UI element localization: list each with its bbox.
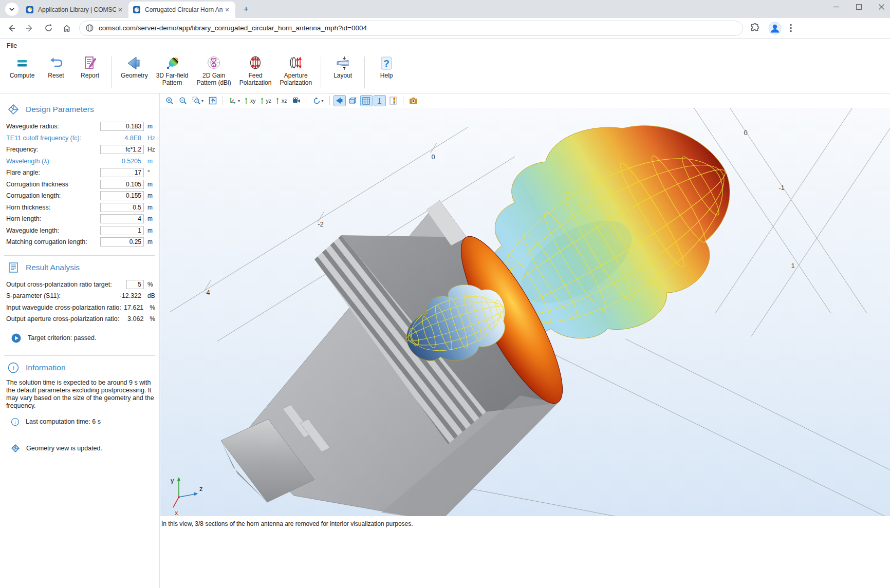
view-xz-button[interactable]: xz bbox=[274, 95, 289, 106]
tab-application-library[interactable]: Application Library | COMSOL S ✕ bbox=[22, 2, 128, 18]
browser-menu-icon[interactable] bbox=[790, 24, 792, 32]
tick-label: -4 bbox=[204, 289, 210, 296]
report-button[interactable]: Report bbox=[73, 54, 107, 90]
last-computation-status: i Last computation time: 6 s bbox=[11, 418, 155, 426]
extensions-icon[interactable] bbox=[750, 23, 760, 33]
result-row: S-parameter (S11):-12.322dB bbox=[6, 290, 155, 302]
transparency-button[interactable] bbox=[347, 95, 359, 106]
compute-button[interactable]: Compute bbox=[5, 54, 39, 90]
cross-pol-target-input[interactable] bbox=[126, 280, 144, 289]
geometry-horn-toggle-button[interactable] bbox=[333, 95, 346, 106]
zoom-in-icon bbox=[165, 97, 174, 105]
param-row: Horn thickness:m bbox=[6, 202, 155, 214]
view-xy-button[interactable]: xy bbox=[243, 95, 258, 106]
aperture-polarization-icon bbox=[287, 54, 305, 72]
tab-close-icon[interactable]: ✕ bbox=[223, 6, 231, 14]
feed-polarization-button[interactable]: FeedPolarization bbox=[235, 54, 276, 90]
rotate-view-button[interactable]: ▾ bbox=[311, 95, 326, 106]
view-yz-button[interactable]: yz bbox=[259, 95, 274, 106]
home-button[interactable] bbox=[60, 21, 74, 35]
zoom-box-icon bbox=[192, 97, 200, 105]
chevron-down-icon bbox=[9, 8, 14, 11]
s11-value: -12.322 bbox=[100, 292, 144, 299]
maximize-button[interactable] bbox=[854, 2, 863, 11]
tick-label: 0 bbox=[431, 153, 435, 161]
tab-search-button[interactable] bbox=[5, 3, 18, 16]
far-field-pattern-icon bbox=[163, 54, 181, 72]
param-row: Waveguide radius:m bbox=[6, 121, 155, 132]
tick-label: 0 bbox=[744, 129, 747, 137]
back-button[interactable] bbox=[4, 21, 18, 35]
default-view-button[interactable]: ▾ bbox=[227, 95, 242, 106]
matching-corrugation-length-input[interactable] bbox=[100, 237, 144, 246]
app-ribbon: Compute Reset Report Geometry 3D Far-fie… bbox=[0, 52, 890, 93]
dropdown-arrow-icon[interactable]: ▾ bbox=[201, 99, 203, 103]
horn-thickness-input[interactable] bbox=[100, 203, 144, 212]
geometry-diamond-icon bbox=[11, 444, 20, 452]
triad-x-label: x bbox=[175, 509, 178, 516]
minimize-button[interactable] bbox=[831, 2, 841, 11]
help-button[interactable]: ? Help bbox=[369, 54, 403, 90]
information-icon: i bbox=[7, 362, 20, 374]
snapshot-button[interactable] bbox=[407, 95, 420, 106]
layout-icon bbox=[334, 54, 351, 72]
result-row: Input waveguide cross-polarization ratio… bbox=[6, 302, 155, 314]
param-row: TE11 cutoff frequency (fc):4.8E8Hz bbox=[6, 132, 155, 144]
grid-icon bbox=[362, 97, 370, 105]
reset-button[interactable]: Reset bbox=[39, 54, 73, 90]
zoom-in-button[interactable] bbox=[163, 95, 176, 106]
color-legend-button[interactable] bbox=[387, 95, 399, 106]
corrugation-length-input[interactable] bbox=[100, 191, 144, 200]
axes-triad-button[interactable] bbox=[374, 95, 386, 106]
view-caption: In this view, 3/8 sections of the horn a… bbox=[160, 516, 890, 532]
url-bar[interactable]: comsol.com/server-demo/app/library_corru… bbox=[79, 21, 743, 36]
te11-cutoff-value: 4.8E8 bbox=[100, 135, 144, 142]
aperture-polarization-button[interactable]: AperturePolarization bbox=[275, 54, 316, 90]
layout-button[interactable]: Layout bbox=[326, 54, 360, 90]
design-parameters-icon bbox=[7, 103, 20, 116]
transparency-cube-icon bbox=[349, 97, 357, 105]
grid-button[interactable] bbox=[360, 95, 373, 106]
site-info-icon[interactable] bbox=[86, 24, 94, 32]
output-crosspol-value: 3.062 bbox=[119, 315, 146, 323]
new-tab-button[interactable]: + bbox=[239, 3, 253, 16]
triad-z-label: z bbox=[199, 485, 203, 492]
horn-length-input[interactable] bbox=[100, 214, 144, 223]
profile-avatar-icon[interactable] bbox=[768, 22, 782, 35]
zoom-extents-icon bbox=[209, 97, 217, 105]
dropdown-arrow-icon[interactable]: ▾ bbox=[238, 99, 240, 103]
waveguide-radius-input[interactable] bbox=[100, 122, 144, 131]
forward-button[interactable] bbox=[23, 21, 37, 35]
zoom-out-button[interactable] bbox=[177, 95, 189, 106]
tab-close-icon[interactable]: ✕ bbox=[116, 6, 124, 14]
geometry-button[interactable]: Geometry bbox=[117, 54, 152, 90]
reload-button[interactable] bbox=[41, 21, 55, 35]
frequency-input[interactable] bbox=[100, 145, 144, 154]
comsol-app: File Compute Reset Report Geometry bbox=[0, 39, 890, 588]
axis-arrow-icon bbox=[245, 97, 250, 104]
model-3d-canvas[interactable]: 0 -2 -4 0 -1 1 bbox=[160, 108, 890, 516]
tick-label: 1 bbox=[791, 262, 794, 270]
tick-label: -1 bbox=[778, 184, 785, 192]
dropdown-arrow-icon[interactable]: ▾ bbox=[322, 99, 324, 103]
zoom-extents-button[interactable] bbox=[207, 95, 219, 106]
info-circle-icon: i bbox=[11, 418, 19, 426]
rotate-icon bbox=[313, 97, 321, 105]
horn-speaker-icon bbox=[336, 97, 344, 104]
graphics-toolbar: ▾ ▾ xy yz xz ▾ bbox=[160, 93, 890, 108]
scene-light-button[interactable] bbox=[290, 95, 303, 106]
far-field-3d-button[interactable]: 3D Far-fieldPattern bbox=[152, 54, 193, 90]
file-menu[interactable]: File bbox=[7, 42, 17, 49]
tab-corrugated-horn[interactable]: Corrugated Circular Horn Anten ✕ bbox=[128, 2, 235, 18]
geometry-horn-icon bbox=[125, 54, 143, 72]
corrugation-thickness-input[interactable] bbox=[100, 180, 144, 189]
scene-light-icon bbox=[292, 97, 301, 105]
gain-pattern-2d-button[interactable]: 2D GainPattern (dBi) bbox=[192, 54, 235, 90]
graphics-area: ▾ ▾ xy yz xz ▾ bbox=[160, 93, 890, 588]
flare-angle-input[interactable] bbox=[100, 168, 144, 177]
zoom-box-button[interactable]: ▾ bbox=[190, 95, 206, 106]
feed-polarization-icon bbox=[247, 54, 264, 72]
solution-time-note: The solution time is expected to be arou… bbox=[6, 379, 154, 410]
close-button[interactable] bbox=[877, 2, 886, 11]
waveguide-length-input[interactable] bbox=[100, 226, 144, 235]
